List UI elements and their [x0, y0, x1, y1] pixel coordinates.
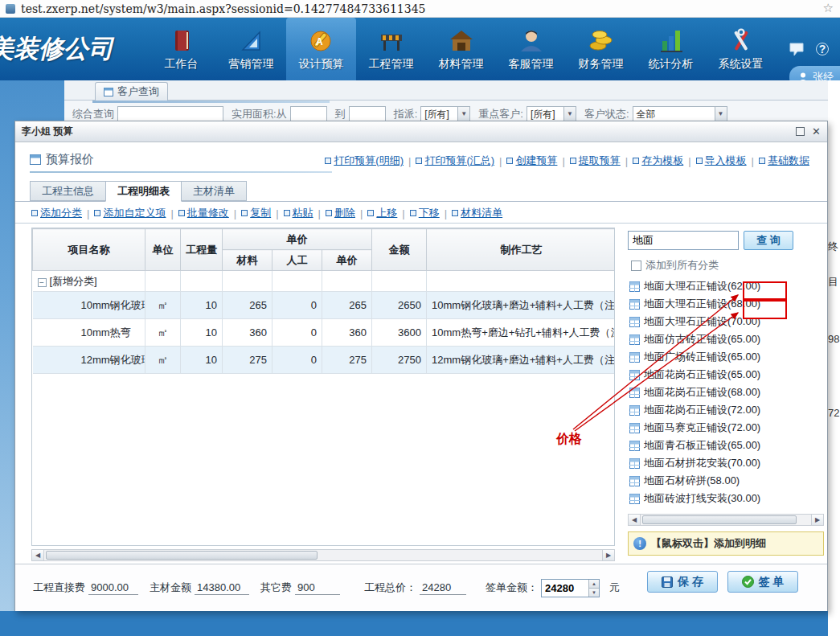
collapse-icon[interactable]: −	[38, 278, 47, 287]
tab-customer-query[interactable]: 客户查询	[95, 82, 168, 101]
close-icon[interactable]: ✕	[812, 127, 821, 136]
add-to-all-categories[interactable]: 添加到所有分类	[631, 258, 719, 273]
list-item[interactable]: 地面砖波打线安装(30.00)	[629, 490, 826, 507]
col-header-amount[interactable]: 金额	[372, 229, 427, 271]
table-row[interactable]: 12mm钢化玻璃 ㎡ 10 275 0 275 2750 12mm钢化玻璃+磨边…	[33, 347, 616, 374]
link-save-template[interactable]: 存为模板	[633, 154, 683, 168]
amount-stepper[interactable]: ▲▼	[588, 580, 599, 597]
col-header-craft[interactable]: 制作工艺	[427, 229, 615, 271]
link-print-summary[interactable]: 打印预算(汇总)	[416, 154, 494, 168]
url-text[interactable]: test.zxerp.net/system/w3/main.aspx?sessi…	[21, 0, 425, 18]
col-header-unitprice[interactable]: 单价	[322, 250, 372, 271]
restore-icon[interactable]	[796, 127, 805, 136]
browser-address-bar[interactable]: test.zxerp.net/system/w3/main.aspx?sessi…	[0, 0, 840, 18]
scroll-right-arrow[interactable]: ▶	[811, 515, 823, 525]
sign-button[interactable]: 签 单	[727, 571, 798, 593]
chevron-down-icon[interactable]: ▼	[457, 107, 469, 121]
nav-item-material[interactable]: 材料管理	[426, 18, 496, 80]
to-label: 到	[335, 107, 346, 121]
toolbar-material-list[interactable]: 材料清单	[452, 206, 502, 220]
tab-main-materials[interactable]: 主材清单	[181, 181, 247, 201]
stepper-up-icon[interactable]: ▲	[589, 580, 599, 588]
message-bubble-icon[interactable]	[789, 42, 805, 56]
list-item[interactable]: 地面大理石正铺设(62.00)	[629, 277, 826, 295]
col-header-qty[interactable]: 工程量	[181, 229, 223, 271]
other-fee-value[interactable]: 900	[295, 581, 340, 595]
nav-item-marketing[interactable]: 营销管理	[216, 18, 286, 80]
list-item[interactable]: 地面仿古砖正铺设(65.00)	[629, 330, 826, 348]
table-row[interactable]: 10mm热弯 ㎡ 10 360 0 360 3600 10mm热弯+磨边+钻孔+…	[33, 319, 616, 347]
area-to-input[interactable]	[349, 106, 386, 122]
nav-item-project[interactable]: 工程管理	[356, 18, 426, 80]
vip-select[interactable]: [所有]▼	[527, 106, 576, 122]
list-item[interactable]: 地面大理石正铺设(68.00)	[629, 295, 826, 313]
scroll-thumb[interactable]	[642, 515, 797, 524]
total-price-label: 工程总价：	[364, 581, 416, 595]
search-button[interactable]: 查 询	[744, 231, 793, 250]
toolbar-batch-edit[interactable]: 批量修改	[178, 206, 229, 220]
list-item[interactable]: 地面石材碎拼(58.00)	[629, 472, 826, 490]
toolbar-add-category[interactable]: 添加分类	[31, 206, 82, 220]
side-horizontal-scrollbar[interactable]: ◀ ▶	[628, 514, 824, 526]
col-header-material[interactable]: 材料	[223, 250, 272, 271]
material-search-input[interactable]	[628, 231, 739, 250]
col-header-unit[interactable]: 单位	[145, 229, 181, 271]
chevron-down-icon[interactable]: ▼	[715, 107, 727, 121]
assign-select[interactable]: [所有]▼	[420, 106, 470, 122]
table-row[interactable]: 10mm钢化玻璃 ㎡ 10 265 0 265 2650 10mm钢化玻璃+磨边…	[33, 292, 616, 319]
link-create-budget[interactable]: 创建预算	[506, 154, 557, 168]
checkbox-icon[interactable]	[631, 261, 641, 271]
area-from-input[interactable]	[290, 106, 327, 122]
bookmark-star-icon[interactable]: ☆	[823, 1, 834, 15]
nav-item-service[interactable]: 客服管理	[496, 18, 566, 80]
dialog-titlebar[interactable]: 李小姐 预算 ✕	[15, 121, 827, 142]
list-item[interactable]: 地面大理石正铺设(70.00)	[629, 313, 826, 330]
scroll-left-arrow[interactable]: ◀	[32, 550, 44, 560]
link-print-detail[interactable]: 打印预算(明细)	[325, 154, 404, 168]
col-header-name[interactable]: 项目名称	[33, 229, 145, 271]
toolbar-move-up[interactable]: 上移	[367, 206, 397, 220]
link-import-template[interactable]: 导入模板	[696, 154, 747, 168]
nav-label: 工程管理	[369, 57, 414, 72]
col-header-price-group[interactable]: 单价	[223, 229, 372, 250]
scroll-right-arrow[interactable]: ▶	[602, 550, 614, 560]
save-button[interactable]: 保 存	[647, 571, 718, 593]
list-item[interactable]: 地面青石板正铺设(65.00)	[629, 437, 826, 454]
scroll-thumb[interactable]	[46, 551, 318, 560]
scroll-left-arrow[interactable]: ◀	[629, 515, 641, 525]
chevron-down-icon[interactable]: ▼	[563, 107, 576, 121]
status-select[interactable]: 全部▼	[633, 106, 727, 122]
link-extract-budget[interactable]: 提取预算	[570, 154, 621, 168]
background-bottom-corner	[828, 611, 840, 636]
list-item[interactable]: 地面花岗石正铺设(72.00)	[629, 401, 826, 419]
toolbar-copy[interactable]: 复制	[241, 206, 271, 220]
toolbar-add-custom-item[interactable]: 添加自定义项	[94, 206, 166, 220]
combo-query-input[interactable]	[117, 106, 223, 122]
nav-item-workbench[interactable]: 工作台	[146, 18, 216, 80]
sign-amount-input[interactable]	[542, 580, 588, 597]
list-item[interactable]: 地面广场砖正铺设(65.00)	[629, 348, 826, 366]
grid-horizontal-scrollbar[interactable]: ◀ ▶	[31, 549, 615, 561]
link-base-data[interactable]: 基础数据	[759, 154, 809, 168]
tab-project-info[interactable]: 工程主信息	[30, 181, 106, 201]
stepper-down-icon[interactable]: ▼	[589, 588, 599, 597]
toolbar-delete[interactable]: 删除	[326, 206, 355, 220]
nav-item-design-budget[interactable]: A 设计预算	[286, 18, 356, 80]
user-chip[interactable]: 张经	[789, 66, 840, 80]
toolbar-paste[interactable]: 粘贴	[284, 206, 313, 220]
list-item[interactable]: 地面花岗石正铺设(68.00)	[629, 384, 826, 401]
toolbar-move-down[interactable]: 下移	[410, 206, 440, 220]
col-header-labor[interactable]: 人工	[272, 250, 322, 271]
link-icon	[410, 210, 416, 216]
nav-item-settings[interactable]: 系统设置	[706, 18, 776, 80]
tab-project-detail[interactable]: 工程明细表	[105, 181, 182, 202]
section-header: 预算报价	[30, 152, 94, 167]
category-group-row[interactable]: −[新增分类]	[33, 271, 616, 292]
list-item[interactable]: 地面石材拼花安装(70.00)	[629, 454, 826, 472]
nav-item-statistics[interactable]: 统计分析	[636, 18, 706, 80]
settings-icon	[727, 27, 756, 55]
list-item[interactable]: 地面花岗石正铺设(65.00)	[629, 366, 826, 384]
help-icon[interactable]: ?	[816, 43, 829, 55]
list-item[interactable]: 地面马赛克正铺设(72.00)	[629, 419, 826, 437]
nav-item-finance[interactable]: 财务管理	[566, 18, 636, 80]
